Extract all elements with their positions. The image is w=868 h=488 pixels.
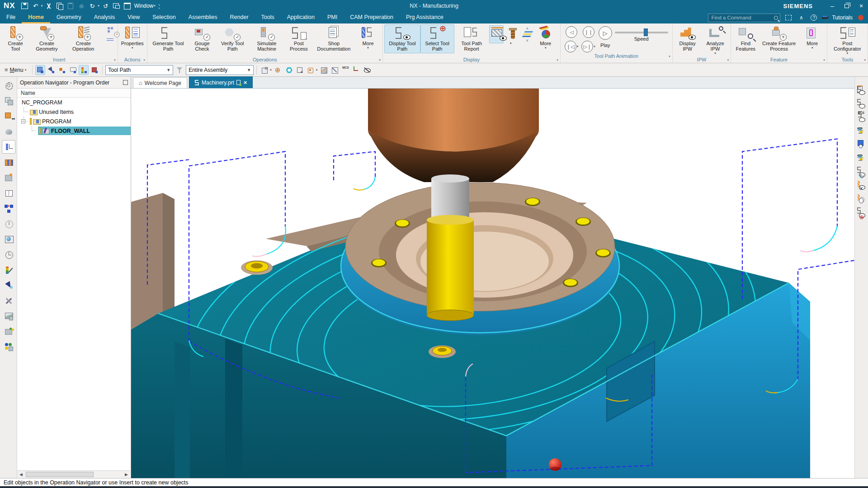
resource-bar-icon[interactable]: [2, 155, 15, 169]
resource-bar-icon[interactable]: [2, 125, 15, 138]
quick-access-icon[interactable]: [44, 1, 54, 10]
view-toolbar-icon[interactable]: [330, 65, 340, 75]
right-toolbar-icon[interactable]: [856, 125, 867, 136]
resource-bar-icon[interactable]: [2, 278, 15, 292]
play-button[interactable]: ▷: [599, 26, 612, 40]
selection-scope-dropdown[interactable]: Tool Path ▼: [105, 65, 173, 75]
view-toolbar-icon[interactable]: [319, 65, 329, 75]
chevron-down-icon[interactable]: ▾: [41, 4, 43, 8]
minimize-button[interactable]: –: [826, 0, 839, 11]
ribbon-button[interactable]: Create Geometry ▾: [28, 24, 65, 53]
resource-bar-icon[interactable]: [2, 294, 15, 307]
ribbon-button[interactable]: Display IPW ▾: [674, 24, 701, 53]
ribbon-button[interactable]: ▾: [504, 25, 518, 43]
ribbon-button[interactable]: Generate Tool Path ▾: [149, 24, 188, 53]
filter-reset-icon[interactable]: [175, 65, 184, 75]
pause-button[interactable]: ❘❘: [583, 26, 594, 38]
right-toolbar-icon[interactable]: [856, 179, 867, 191]
group-dialog-launcher[interactable]: ▾: [864, 58, 866, 62]
selection-toolbar-icon[interactable]: [57, 65, 67, 75]
group-dialog-launcher[interactable]: ▾: [114, 58, 116, 62]
resource-bar-icon[interactable]: [2, 202, 15, 215]
resource-bar-icon[interactable]: [2, 186, 15, 200]
view-toolbar-icon[interactable]: [284, 65, 294, 75]
right-toolbar-icon[interactable]: [856, 192, 867, 204]
ribbon-button[interactable]: More ▾: [799, 24, 826, 53]
ribbon-tab[interactable]: File: [0, 12, 22, 23]
ribbon-button[interactable]: Create Tool ▾: [2, 24, 28, 53]
tab-welcome-page[interactable]: ⌂ Welcome Page: [133, 77, 187, 88]
right-toolbar-icon[interactable]: [856, 138, 867, 150]
resource-bar-icon[interactable]: [2, 248, 15, 261]
step-back-button[interactable]: ◁: [566, 26, 577, 38]
overflow-chevron-icon[interactable]: ⌄⌄: [158, 3, 161, 9]
resource-bar-icon[interactable]: [2, 94, 15, 108]
ribbon-button[interactable]: Analyze IPW ▾: [701, 24, 730, 53]
minimize-ribbon-icon[interactable]: ∧: [797, 13, 806, 22]
selection-toolbar-icon[interactable]: [79, 65, 89, 75]
resource-bar-icon[interactable]: [2, 324, 15, 338]
group-dialog-launcher[interactable]: ▾: [143, 58, 145, 62]
ribbon-button[interactable]: Gouge Check ▾: [188, 24, 216, 53]
right-toolbar-icon[interactable]: [856, 165, 867, 177]
quick-access-icon[interactable]: ↺: [101, 1, 111, 10]
column-header[interactable]: Name: [17, 89, 131, 98]
view-toolbar-icon[interactable]: [362, 65, 372, 75]
chevron-down-icon[interactable]: ▾: [577, 45, 579, 48]
ribbon-tab[interactable]: Analysis: [88, 12, 122, 23]
ribbon-tab[interactable]: PMI: [321, 12, 344, 23]
speed-slider[interactable]: [615, 26, 668, 33]
ribbon-button[interactable]: Post Configurator ▾: [829, 24, 866, 53]
ribbon-button[interactable]: Tool Path Report ▾: [454, 24, 489, 53]
find-command-box[interactable]: [708, 14, 780, 22]
resource-bar-icon[interactable]: [2, 263, 15, 277]
resource-bar-icon[interactable]: [2, 309, 15, 323]
right-toolbar-icon[interactable]: [856, 111, 867, 123]
ribbon-button[interactable]: Simulate Machine ▾: [249, 24, 285, 53]
view-toolbar-icon[interactable]: [306, 65, 316, 75]
notification-dot[interactable]: [858, 15, 863, 20]
ribbon-tab[interactable]: CAM Preperation: [344, 12, 400, 23]
right-toolbar-icon[interactable]: [856, 152, 867, 164]
chevron-down-icon[interactable]: ▾: [594, 45, 595, 48]
tutorials-icon[interactable]: [822, 16, 828, 19]
scroll-left-arrow[interactable]: ◀: [17, 471, 25, 478]
chevron-down-icon[interactable]: ▾: [154, 4, 156, 8]
view-toolbar-icon[interactable]: [273, 65, 283, 75]
help-icon[interactable]: ?: [809, 13, 818, 22]
undock-panel-icon[interactable]: [123, 80, 128, 85]
tree-row[interactable]: − PROGRAM: [17, 117, 131, 126]
ribbon-button[interactable]: Verify Tool Path ▾: [217, 24, 249, 53]
ribbon-button[interactable]: ▾: [518, 25, 533, 43]
ribbon-tab[interactable]: Selection: [146, 12, 182, 23]
tutorials-label[interactable]: Tutorials: [832, 14, 853, 21]
assembly-scope-dropdown[interactable]: Entire Assembly ▼: [186, 65, 254, 75]
speed-slider-thumb[interactable]: [644, 28, 648, 36]
ribbon-button[interactable]: Create Feature Process ▾: [759, 24, 799, 53]
tab-machinery-prt[interactable]: Machinery.prt ×: [189, 76, 253, 88]
resource-bar-icon[interactable]: [2, 232, 15, 246]
right-toolbar-icon[interactable]: [856, 84, 867, 96]
group-dialog-launcher[interactable]: ▾: [823, 58, 825, 62]
scroll-right-arrow[interactable]: ▶: [123, 471, 130, 478]
tree-row[interactable]: − FLOOR_WALL: [17, 126, 131, 136]
scrollbar-thumb[interactable]: [26, 472, 94, 477]
horizontal-scrollbar[interactable]: ◀ ▶: [17, 470, 130, 478]
resource-bar-icon[interactable]: [2, 109, 15, 123]
skip-to-start-button[interactable]: ❘◁: [565, 41, 576, 52]
quick-access-icon[interactable]: ⊕: [76, 1, 86, 10]
view-toolbar-icon[interactable]: [259, 65, 269, 75]
ribbon-button[interactable]: ▾: [102, 25, 116, 43]
ribbon-button[interactable]: More ▾: [533, 24, 559, 53]
tree-row[interactable]: − NC_PROGRAM: [17, 98, 131, 107]
resource-bar-icon[interactable]: [2, 171, 15, 184]
quick-access-icon[interactable]: [123, 1, 132, 10]
resource-bar-icon[interactable]: [2, 140, 15, 154]
ribbon-tab[interactable]: Render: [224, 12, 255, 23]
ribbon-tab[interactable]: View: [121, 12, 146, 23]
group-dialog-launcher[interactable]: ▾: [727, 58, 729, 62]
resource-bar-icon[interactable]: [2, 340, 15, 353]
group-dialog-launcher[interactable]: ▾: [557, 58, 558, 62]
ribbon-button[interactable]: ▾: [489, 25, 504, 43]
ribbon-tab[interactable]: Prg Assistance: [400, 12, 450, 23]
